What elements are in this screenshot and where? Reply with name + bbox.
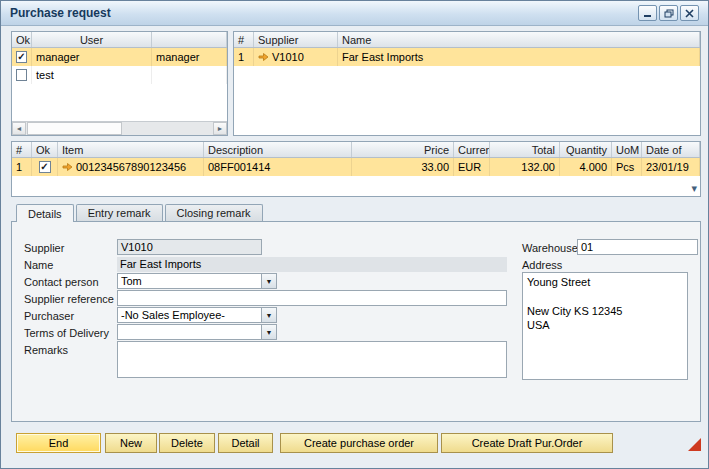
check-icon: ✓: [40, 162, 48, 172]
column-header-currency: Currency: [454, 142, 490, 157]
table-row[interactable]: 1 ✓ 001234567890123456 08FF001414 33.00 …: [12, 158, 700, 176]
scrollbar-thumb[interactable]: [27, 122, 122, 135]
scroll-down-icon[interactable]: ▾: [691, 183, 697, 194]
window-title: Purchase request: [10, 6, 111, 20]
scroll-right-icon: ►: [217, 125, 224, 132]
address-label: Address: [522, 259, 562, 271]
restore-icon: [664, 9, 674, 18]
quantity-cell[interactable]: 4.000: [560, 158, 612, 176]
column-header-date: Date of: [642, 142, 700, 157]
items-table-header: # Ok Item Description Price Currency Tot…: [12, 142, 700, 158]
window-controls: [638, 5, 699, 21]
suppliers-table: # Supplier Name 1 V1010 Far East Imports: [233, 31, 701, 136]
name-label: Name: [24, 259, 53, 271]
ok-cell: ✓: [12, 48, 32, 66]
tab-strip: Details Entry remark Closing remark: [16, 204, 265, 221]
user-cell[interactable]: manager: [32, 48, 152, 66]
checkbox[interactable]: ✓: [39, 161, 51, 173]
ok-cell: ✓: [32, 158, 58, 176]
link-arrow-icon[interactable]: [258, 52, 269, 62]
create-draft-pur-order-button[interactable]: Create Draft Pur.Order: [441, 433, 613, 453]
purchase-request-window: Purchase request Ok User: [0, 0, 709, 469]
checkbox[interactable]: ✓: [16, 51, 27, 63]
scroll-right-button[interactable]: ►: [213, 122, 227, 135]
item-cell[interactable]: 001234567890123456: [58, 158, 204, 176]
scroll-left-icon: ◄: [16, 125, 23, 132]
item-code: 001234567890123456: [76, 161, 186, 173]
tab-details[interactable]: Details: [16, 204, 74, 222]
supplier-cell[interactable]: V1010: [254, 48, 338, 66]
tab-entry-remark[interactable]: Entry remark: [76, 204, 163, 221]
total-cell[interactable]: 132.00: [490, 158, 560, 176]
scroll-left-button[interactable]: ◄: [12, 122, 26, 135]
column-header-item: Item: [58, 142, 204, 157]
column-header-supplier: Supplier: [254, 32, 338, 47]
remarks-label: Remarks: [24, 344, 68, 356]
remarks-textarea[interactable]: [117, 341, 507, 378]
restore-button[interactable]: [659, 5, 678, 21]
column-header-blank: [152, 32, 227, 47]
new-button[interactable]: New: [105, 433, 157, 453]
close-button[interactable]: [680, 5, 699, 21]
terms-of-delivery-label: Terms of Delivery: [24, 327, 109, 339]
terms-of-delivery-select[interactable]: ▼: [117, 324, 277, 340]
ok-cell: [12, 66, 32, 84]
column-header-num: #: [234, 32, 254, 47]
description-cell[interactable]: 08FF001414: [204, 158, 352, 176]
user-value-cell[interactable]: manager: [152, 48, 227, 66]
purchaser-label: Purchaser: [24, 310, 74, 322]
contact-person-label: Contact person: [24, 276, 99, 288]
supplier-reference-label: Supplier reference nu: [24, 293, 129, 305]
check-icon: ✓: [17, 52, 25, 62]
date-cell[interactable]: 23/01/19: [642, 158, 700, 176]
column-header-ok: Ok: [32, 142, 58, 157]
table-row[interactable]: test: [12, 66, 227, 84]
column-header-price: Price: [352, 142, 454, 157]
corner-arrow-icon[interactable]: [688, 438, 701, 451]
user-value-cell[interactable]: [152, 66, 227, 84]
column-header-quantity: Quantity: [560, 142, 612, 157]
contact-person-select[interactable]: Tom ▼: [117, 273, 277, 289]
users-table-header: Ok User: [12, 32, 227, 48]
user-cell[interactable]: test: [32, 66, 152, 84]
column-header-description: Description: [204, 142, 352, 157]
checkbox[interactable]: [16, 69, 27, 81]
title-bar: Purchase request: [1, 1, 708, 26]
purchaser-select[interactable]: -No Sales Employee- ▼: [117, 307, 277, 323]
column-header-uom: UoM: [612, 142, 642, 157]
supplier-code: V1010: [272, 51, 304, 63]
address-field[interactable]: Young Street New City KS 12345 USA: [522, 272, 688, 380]
chevron-down-icon[interactable]: ▼: [261, 274, 276, 288]
suppliers-table-header: # Supplier Name: [234, 32, 700, 48]
row-number-cell: 1: [234, 48, 254, 66]
end-button[interactable]: End: [16, 433, 101, 453]
supplier-label: Supplier: [24, 242, 64, 254]
tab-closing-remark[interactable]: Closing remark: [165, 204, 263, 221]
horizontal-scrollbar[interactable]: ◄ ►: [12, 121, 227, 135]
row-number-cell: 1: [12, 158, 32, 176]
uom-cell[interactable]: Pcs: [612, 158, 642, 176]
currency-cell[interactable]: EUR: [454, 158, 490, 176]
link-arrow-icon[interactable]: [62, 162, 73, 172]
delete-button[interactable]: Delete: [159, 433, 215, 453]
chevron-down-icon[interactable]: ▼: [261, 308, 276, 322]
detail-button[interactable]: Detail: [218, 433, 273, 453]
name-field: Far East Imports: [117, 257, 507, 272]
price-cell[interactable]: 33.00: [352, 158, 454, 176]
supplier-name-cell[interactable]: Far East Imports: [338, 48, 700, 66]
column-header-user: User: [32, 32, 152, 47]
details-panel: Supplier V1010 Name Far East Imports Con…: [11, 221, 701, 422]
column-header-ok: Ok: [12, 32, 32, 47]
chevron-down-icon[interactable]: ▼: [261, 325, 276, 339]
supplier-reference-input[interactable]: [117, 290, 507, 306]
users-table: Ok User ✓ manager manager test ◄ ►: [11, 31, 228, 136]
items-table: # Ok Item Description Price Currency Tot…: [11, 141, 701, 197]
minimize-button[interactable]: [638, 5, 657, 21]
supplier-field[interactable]: V1010: [117, 239, 262, 255]
column-header-num: #: [12, 142, 32, 157]
create-purchase-order-button[interactable]: Create purchase order: [280, 433, 438, 453]
table-row[interactable]: ✓ manager manager: [12, 48, 227, 66]
warehouse-input[interactable]: [577, 239, 698, 255]
table-row[interactable]: 1 V1010 Far East Imports: [234, 48, 700, 66]
minimize-icon: [643, 9, 652, 18]
